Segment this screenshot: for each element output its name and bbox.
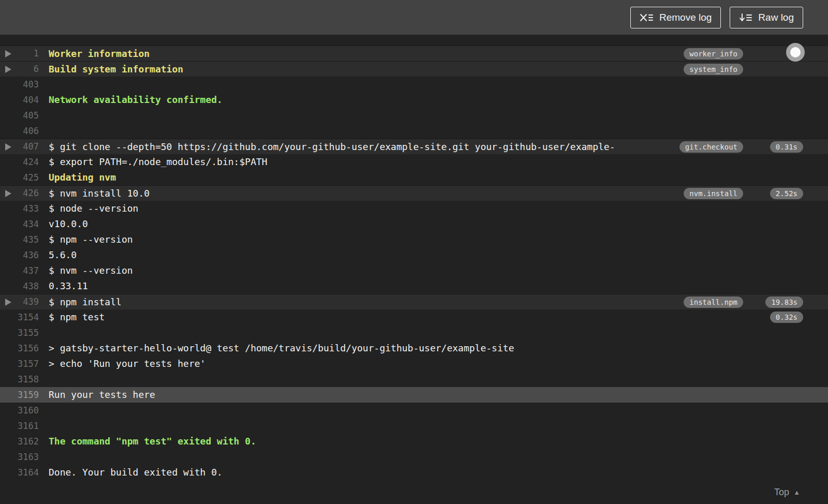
- line-number-link[interactable]: 3159: [0, 387, 39, 403]
- log-row: 433 $ node --version: [0, 201, 828, 216]
- log-row: 437 $ nvm --version: [0, 263, 828, 278]
- log-row: 3155: [0, 325, 828, 340]
- line-number-link[interactable]: 436: [0, 247, 39, 263]
- line-number-link[interactable]: 3163: [0, 449, 39, 465]
- log-line-text: $ node --version: [49, 203, 138, 214]
- log-line-text: $ npm test: [49, 312, 105, 322]
- log-line-text: v10.0.0: [49, 218, 88, 229]
- log-row: 3159 Run your tests here: [0, 387, 828, 403]
- log-row: 3162 The command "npm test" exited with …: [0, 434, 828, 449]
- duration-badge: 0.31s: [770, 141, 803, 153]
- log-line-text: Run your tests here: [49, 389, 155, 400]
- log-row: 3163: [0, 449, 828, 465]
- log-row: 406: [0, 123, 828, 139]
- fold-stage-badge: install.npm: [684, 297, 743, 308]
- log-row: 3160: [0, 403, 828, 418]
- log-line-text: Worker information: [49, 48, 150, 59]
- log-row: 424 $ export PATH=./node_modules/.bin:$P…: [0, 154, 828, 170]
- log-line-text: Updating nvm: [49, 172, 116, 183]
- log-row: 438 0.33.11: [0, 278, 828, 294]
- line-number-link[interactable]: 1: [0, 46, 39, 61]
- log-line-text: 5.6.0: [49, 249, 77, 260]
- line-number-link[interactable]: 403: [0, 77, 39, 92]
- fold-stage-badge: system_info: [684, 64, 743, 75]
- log-row: 439 $ npm install install.npm 19.83s: [0, 294, 828, 309]
- line-number-link[interactable]: 439: [0, 294, 39, 309]
- log-row: 3158: [0, 372, 828, 387]
- line-number-link[interactable]: 404: [0, 92, 39, 108]
- line-number-link[interactable]: 426: [0, 186, 39, 201]
- log-line-text: Network availability confirmed.: [49, 94, 223, 105]
- fold-stage-badge: worker_info: [684, 48, 743, 60]
- log-line-text: > echo 'Run your tests here': [49, 358, 205, 369]
- log-rows: 1 Worker information worker_info 6 Build…: [0, 46, 828, 480]
- duration-badge: 0.32s: [770, 312, 803, 323]
- line-number-link[interactable]: 3157: [0, 356, 39, 372]
- log-row: 3161: [0, 418, 828, 434]
- log-row: 436 5.6.0: [0, 247, 828, 263]
- log-row: 6 Build system information system_info: [0, 61, 828, 77]
- log-line-text: > gatsby-starter-hello-world@ test /home…: [49, 343, 514, 353]
- duration-badge: 19.83s: [765, 297, 803, 308]
- raw-log-icon: [739, 12, 752, 23]
- line-number-link[interactable]: 434: [0, 216, 39, 232]
- line-number-link[interactable]: 437: [0, 263, 39, 278]
- log-row: 1 Worker information worker_info: [0, 46, 828, 61]
- raw-log-button[interactable]: Raw log: [730, 7, 803, 28]
- log-row: 405: [0, 108, 828, 123]
- log-line-text: $ nvm --version: [49, 265, 133, 276]
- line-number-link[interactable]: 3161: [0, 418, 39, 434]
- line-number-link[interactable]: 405: [0, 108, 39, 123]
- line-number-link[interactable]: 3155: [0, 325, 39, 340]
- line-number-link[interactable]: 3164: [0, 465, 39, 480]
- duration-badge: 2.52s: [770, 188, 803, 199]
- log-row: 426 $ nvm install 10.0 nvm.install 2.52s: [0, 185, 828, 201]
- log-row: 435 $ npm --version: [0, 232, 828, 247]
- fold-stage-badge: nvm.install: [684, 188, 743, 199]
- line-number-link[interactable]: 3154: [0, 309, 39, 325]
- log-line-text: $ export PATH=./node_modules/.bin:$PATH: [49, 156, 268, 167]
- log-toolbar: Remove log Raw log: [0, 0, 828, 35]
- log-row: 403: [0, 77, 828, 92]
- up-triangle-icon: ▲: [793, 488, 800, 496]
- raw-log-label: Raw log: [758, 12, 794, 23]
- log-row: 404 Network availability confirmed.: [0, 92, 828, 108]
- line-number-link[interactable]: 3162: [0, 434, 39, 449]
- log-line-text: $ git clone --depth=50 https://github.co…: [49, 141, 615, 152]
- log-line-text: Done. Your build exited with 0.: [49, 467, 223, 478]
- log-line-text: 0.33.11: [49, 280, 88, 291]
- line-number-link[interactable]: 435: [0, 232, 39, 247]
- log-line-text: $ npm --version: [49, 234, 133, 245]
- log-row: 434 v10.0.0: [0, 216, 828, 232]
- log-row: 425 Updating nvm: [0, 170, 828, 185]
- log-row: 3157 > echo 'Run your tests here': [0, 356, 828, 372]
- line-number-link[interactable]: 406: [0, 123, 39, 139]
- fold-stage-badge: git.checkout: [679, 141, 743, 153]
- line-number-link[interactable]: 425: [0, 170, 39, 185]
- line-number-link[interactable]: 407: [0, 139, 39, 154]
- log-row: 3154 $ npm test 0.32s: [0, 309, 828, 325]
- remove-log-button[interactable]: Remove log: [630, 7, 721, 28]
- line-number-link[interactable]: 3160: [0, 403, 39, 418]
- build-log: 1 Worker information worker_info 6 Build…: [0, 35, 828, 504]
- scroll-to-top-label: Top: [774, 487, 789, 498]
- scroll-to-top-link[interactable]: Top ▲: [774, 487, 800, 498]
- log-row: 3164 Done. Your build exited with 0.: [0, 465, 828, 480]
- line-number-link[interactable]: 438: [0, 278, 39, 294]
- line-number-link[interactable]: 6: [0, 62, 39, 77]
- line-number-link[interactable]: 3158: [0, 372, 39, 387]
- log-line-text: Build system information: [49, 64, 183, 75]
- log-line-text: $ nvm install 10.0: [49, 188, 150, 199]
- log-row: 407 $ git clone --depth=50 https://githu…: [0, 139, 828, 154]
- log-row: 3156 > gatsby-starter-hello-world@ test …: [0, 340, 828, 356]
- scroll-position-dot-icon: [790, 47, 801, 57]
- line-number-link[interactable]: 424: [0, 154, 39, 170]
- line-number-link[interactable]: 3156: [0, 340, 39, 356]
- remove-log-label: Remove log: [659, 12, 712, 23]
- log-line-text: $ npm install: [49, 297, 122, 307]
- remove-log-icon: [640, 12, 654, 23]
- line-number-link[interactable]: 433: [0, 201, 39, 216]
- scroll-position-indicator[interactable]: [786, 43, 805, 62]
- log-line-text: The command "npm test" exited with 0.: [49, 436, 256, 447]
